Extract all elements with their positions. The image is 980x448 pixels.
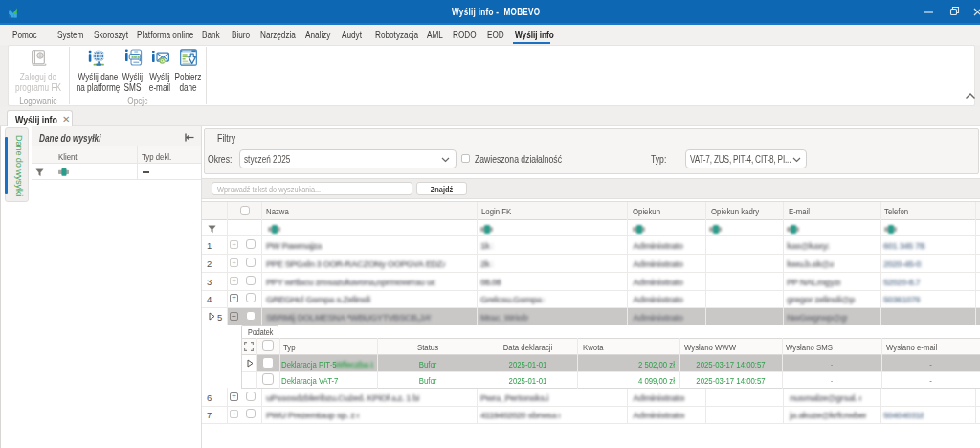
- svg-text:SMS: SMS: [131, 55, 140, 59]
